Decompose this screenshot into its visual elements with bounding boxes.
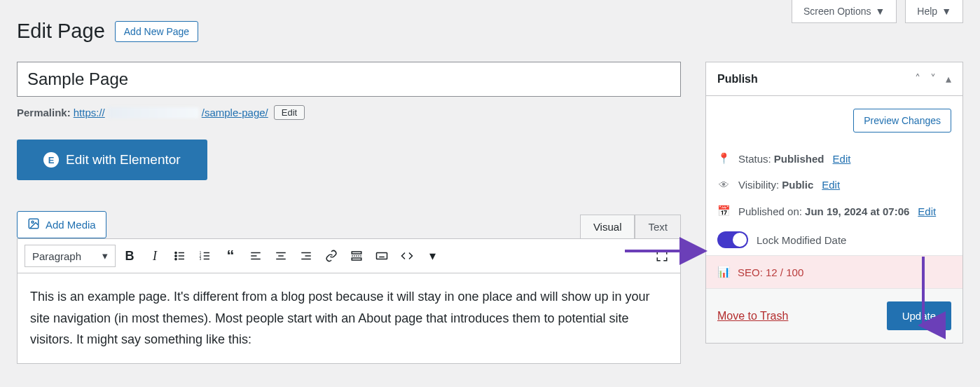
- published-text: Published on: Jun 19, 2024 at 07:06: [738, 205, 909, 217]
- read-more-icon[interactable]: [345, 245, 368, 267]
- svg-point-2: [175, 252, 177, 253]
- caret-down-icon: ▼: [941, 6, 951, 17]
- pin-icon: 📍: [717, 152, 730, 165]
- svg-rect-26: [377, 253, 387, 259]
- permalink-slug[interactable]: /sample-page/: [202, 107, 268, 118]
- status-text: Status: Published: [738, 153, 824, 165]
- add-new-page-button[interactable]: Add New Page: [115, 21, 198, 42]
- svg-text:3: 3: [200, 257, 202, 261]
- add-media-button[interactable]: Add Media: [17, 211, 106, 238]
- toolbar-toggle-icon[interactable]: ▾: [421, 245, 443, 267]
- published-edit-link[interactable]: Edit: [918, 205, 936, 217]
- help-label: Help: [917, 6, 937, 17]
- collapse-icon[interactable]: ▴: [946, 72, 951, 86]
- editor-toolbar: Paragraph ▾ B I 123 “ ▾: [17, 238, 681, 273]
- permalink-label: Permalink:: [17, 107, 71, 118]
- tab-text[interactable]: Text: [635, 215, 681, 238]
- permalink-domain-blurred: [108, 107, 199, 118]
- visibility-edit-link[interactable]: Edit: [822, 179, 840, 191]
- screen-options-label: Screen Options: [803, 6, 871, 17]
- keyboard-icon[interactable]: [371, 245, 393, 267]
- code-icon[interactable]: [396, 245, 418, 267]
- preview-changes-button[interactable]: Preview Changes: [853, 109, 951, 133]
- format-value: Paragraph: [32, 250, 81, 262]
- link-icon[interactable]: [320, 245, 343, 267]
- format-dropdown[interactable]: Paragraph ▾: [25, 245, 116, 267]
- caret-down-icon: ▾: [102, 250, 108, 262]
- seo-text: SEO: 12 / 100: [738, 266, 803, 278]
- caret-down-icon: ▼: [875, 6, 885, 17]
- svg-rect-23: [352, 252, 361, 254]
- publish-panel-header[interactable]: Publish ˄ ˅ ▴: [705, 62, 963, 96]
- permalink-row: Permalink: https:// /sample-page/ Edit: [17, 105, 681, 120]
- svg-point-3: [175, 255, 177, 257]
- add-media-label: Add Media: [46, 219, 96, 231]
- permalink-prefix[interactable]: https://: [74, 107, 105, 118]
- svg-point-0: [32, 221, 34, 223]
- editor-content[interactable]: This is an example page. It's different …: [17, 273, 681, 364]
- align-center-icon[interactable]: [270, 245, 292, 267]
- publish-panel-title: Publish: [717, 73, 758, 86]
- align-left-icon[interactable]: [244, 245, 267, 267]
- lock-modified-date-toggle[interactable]: [717, 231, 748, 248]
- calendar-icon: 📅: [717, 205, 730, 217]
- svg-rect-25: [352, 258, 361, 260]
- tab-visual[interactable]: Visual: [580, 215, 635, 238]
- elementor-icon: E: [43, 152, 59, 168]
- seo-icon: 📊: [717, 266, 731, 278]
- svg-point-4: [175, 258, 177, 259]
- elementor-label: Edit with Elementor: [66, 152, 181, 168]
- help-tab[interactable]: Help▼: [905, 0, 963, 23]
- eye-icon: 👁: [717, 179, 730, 191]
- align-right-icon[interactable]: [295, 245, 317, 267]
- blockquote-icon[interactable]: “: [219, 245, 242, 267]
- screen-options-tab[interactable]: Screen Options▼: [792, 0, 897, 23]
- permalink-edit-button[interactable]: Edit: [274, 105, 305, 120]
- seo-score-row[interactable]: 📊 SEO: 12 / 100: [706, 255, 962, 288]
- chevron-up-icon[interactable]: ˄: [915, 72, 920, 86]
- visibility-text: Visibility: Public: [738, 179, 813, 191]
- page-title: Edit Page: [17, 20, 105, 43]
- media-icon: [27, 217, 40, 232]
- move-to-trash-link[interactable]: Move to Trash: [717, 310, 788, 322]
- bulleted-list-icon[interactable]: [169, 245, 191, 267]
- bold-icon[interactable]: B: [118, 245, 141, 267]
- numbered-list-icon[interactable]: 123: [194, 245, 216, 267]
- italic-icon[interactable]: I: [144, 245, 166, 267]
- update-button[interactable]: Update: [887, 301, 951, 330]
- fullscreen-icon[interactable]: [651, 245, 673, 267]
- edit-with-elementor-button[interactable]: E Edit with Elementor: [17, 140, 207, 180]
- lock-modified-date-label: Lock Modified Date: [757, 234, 846, 246]
- page-title-input[interactable]: [17, 62, 681, 97]
- status-edit-link[interactable]: Edit: [833, 153, 851, 165]
- chevron-down-icon[interactable]: ˅: [930, 72, 936, 86]
